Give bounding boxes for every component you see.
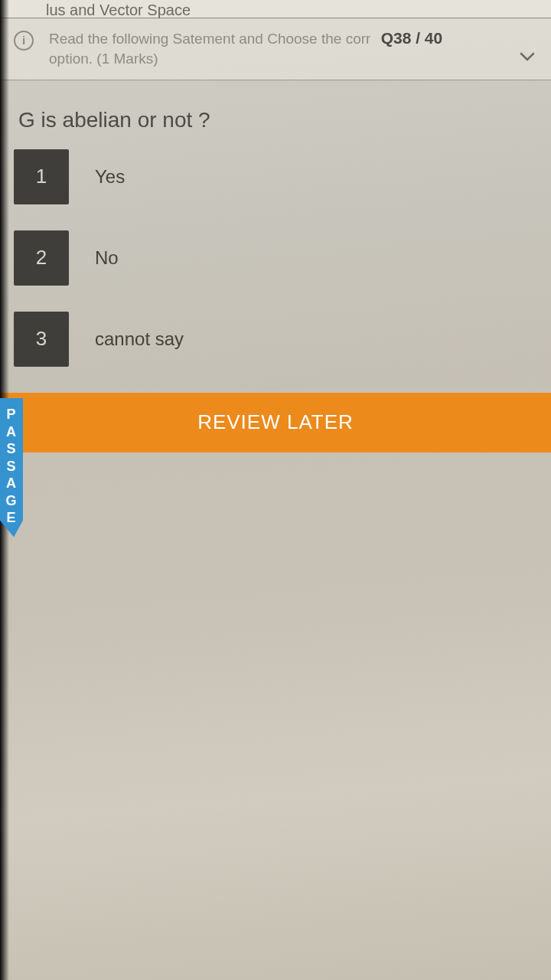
option-row[interactable]: 3 cannot say: [0, 312, 551, 367]
question-number: Q38 / 40: [381, 29, 443, 47]
review-later-button[interactable]: REVIEW LATER: [0, 393, 551, 452]
review-later-label: REVIEW LATER: [197, 410, 354, 434]
option-number: 3: [14, 312, 69, 367]
option-row[interactable]: 2 No: [0, 230, 551, 286]
option-number: 1: [14, 149, 69, 204]
option-row[interactable]: 1 Yes: [0, 149, 551, 204]
chevron-down-icon[interactable]: [517, 47, 537, 67]
option-label: cannot say: [95, 328, 184, 350]
topbar: lus and Vector Space: [0, 0, 551, 18]
instruction-row[interactable]: i Read the following Satement and Choose…: [0, 18, 551, 80]
instruction-line1: Read the following Satement and Choose t…: [49, 31, 370, 47]
instruction-text: Read the following Satement and Choose t…: [49, 28, 517, 69]
option-label: Yes: [95, 166, 125, 188]
options-list: 1 Yes 2 No 3 cannot say: [0, 139, 551, 367]
question-text: G is abelian or not ?: [0, 80, 551, 139]
option-number: 2: [14, 230, 69, 286]
passage-tab[interactable]: PASSAGE: [0, 398, 23, 537]
info-icon: i: [14, 31, 34, 51]
page-title: lus and Vector Space: [46, 2, 537, 19]
instruction-line2: option. (1 Marks): [49, 51, 158, 67]
option-label: No: [95, 247, 119, 269]
